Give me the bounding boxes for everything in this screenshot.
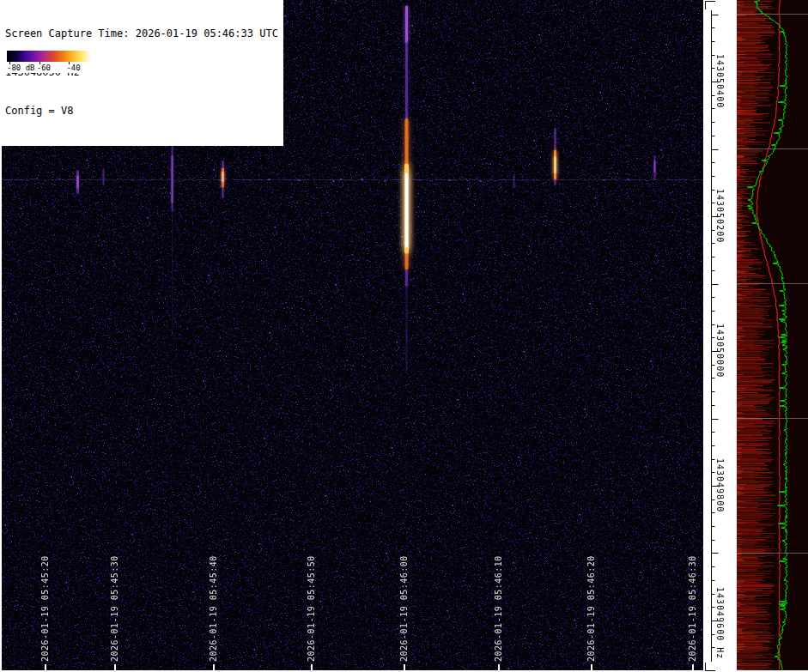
time-tick-mark xyxy=(45,664,46,672)
time-tick-mark xyxy=(498,664,500,672)
config-text: Config = V8 xyxy=(5,105,278,118)
spectrogram-capture-root: 2026-01-19 05:45:202026-01-19 05:45:3020… xyxy=(0,0,808,672)
legend-tick-mark xyxy=(69,62,70,64)
frequency-tick-label: 143050000 xyxy=(715,324,725,378)
time-tick-mark xyxy=(404,664,405,672)
time-tick-label: 2026-01-19 05:46:30 xyxy=(688,555,697,662)
time-tick-label: 2026-01-19 05:45:20 xyxy=(40,555,50,662)
time-tick-label: 2026-01-19 05:46:00 xyxy=(399,555,409,662)
frequency-tick-label: 143049800 xyxy=(715,458,725,512)
capture-time-text: Screen Capture Time: 2026-01-19 05:46:33… xyxy=(5,27,278,40)
time-tick-label: 2026-01-19 05:45:30 xyxy=(110,555,119,662)
time-tick-mark xyxy=(692,664,694,672)
legend-db-labels: -80 dB-60-40 xyxy=(5,49,93,73)
frequency-tick-label: 143050400 xyxy=(715,54,725,108)
legend-db-label: -40 xyxy=(66,64,80,72)
frequency-tick-label: 143049600 Hz xyxy=(715,587,725,659)
legend-tick-mark xyxy=(9,62,10,64)
capture-info-box: Screen Capture Time: 2026-01-19 05:46:33… xyxy=(2,0,283,146)
time-tick-mark xyxy=(213,664,215,672)
legend-db-label: -80 dB xyxy=(7,64,35,72)
time-tick-label: 2026-01-19 05:45:50 xyxy=(307,555,316,662)
frequency-axis-gutter: 1430504001430502001430500001430498001430… xyxy=(703,0,737,672)
time-tick-mark xyxy=(311,664,313,672)
time-tick-label: 2026-01-19 05:46:20 xyxy=(586,555,596,662)
time-tick-mark xyxy=(591,664,592,672)
time-tick-label: 2026-01-19 05:45:40 xyxy=(209,555,218,662)
frequency-tick-label: 143050200 xyxy=(715,189,725,243)
legend-tick-mark xyxy=(39,62,40,64)
time-tick-mark xyxy=(114,664,116,672)
legend-db-label: -60 xyxy=(37,64,51,72)
spectrum-analyzer-panel xyxy=(737,0,808,670)
intensity-color-legend: -80 dB-60-40 xyxy=(5,49,93,73)
time-tick-label: 2026-01-19 05:46:10 xyxy=(494,555,503,662)
